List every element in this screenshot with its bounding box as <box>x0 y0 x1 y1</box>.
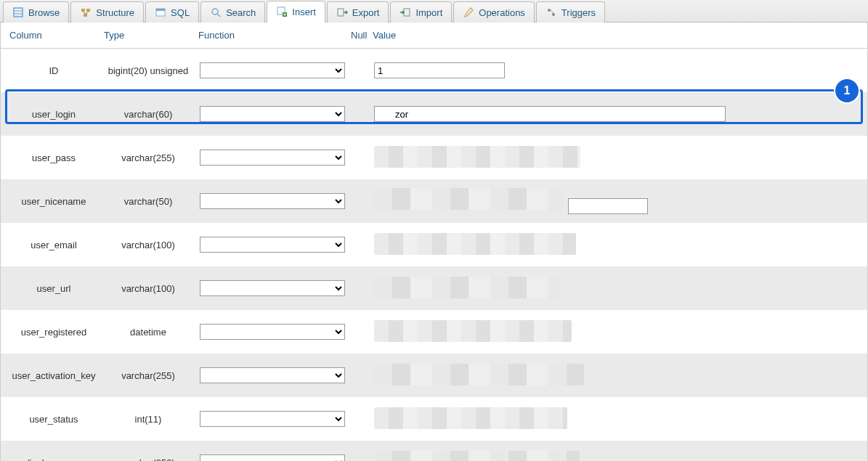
tab-search[interactable]: Search <box>200 1 265 23</box>
function-cell <box>195 148 348 167</box>
function-select[interactable] <box>200 237 345 253</box>
field-row-ID: IDbigint(20) unsigned <box>1 49 867 92</box>
column-type: int(11) <box>101 412 195 426</box>
function-select[interactable] <box>200 62 345 78</box>
column-type: datetime <box>101 325 195 339</box>
export-icon <box>336 7 348 18</box>
svg-rect-14 <box>338 9 344 16</box>
column-type: varchar(60) <box>101 107 195 121</box>
svg-point-16 <box>548 9 551 12</box>
function-select[interactable] <box>200 280 345 296</box>
field-row-user_login: user_loginvarchar(60) <box>1 92 867 136</box>
function-cell <box>195 453 348 461</box>
value-input[interactable] <box>374 62 505 78</box>
tab-insert[interactable]: Insert <box>267 1 325 23</box>
tab-label: Operations <box>479 7 525 18</box>
value-cell <box>370 61 711 80</box>
svg-rect-0 <box>14 8 23 17</box>
header-column: Column <box>7 28 101 42</box>
column-type: varchar(255) <box>101 151 195 165</box>
function-select[interactable] <box>200 324 345 340</box>
column-name: user_nicename <box>7 195 101 208</box>
tab-label: Browse <box>28 7 60 18</box>
null-cell <box>348 330 370 333</box>
function-cell <box>195 366 348 385</box>
search-icon <box>210 7 222 18</box>
value-cell <box>370 105 711 123</box>
svg-point-17 <box>552 13 555 16</box>
value-cell <box>370 406 711 433</box>
svg-rect-4 <box>86 9 90 12</box>
function-select[interactable] <box>200 367 345 383</box>
column-name: ID <box>7 64 101 78</box>
column-type: varchar(250) <box>101 456 195 462</box>
column-type: varchar(100) <box>101 282 195 295</box>
tab-export[interactable]: Export <box>327 1 389 23</box>
column-name: user_email <box>7 238 101 252</box>
function-select[interactable] <box>200 193 345 209</box>
svg-point-8 <box>212 9 218 15</box>
tab-operations[interactable]: Operations <box>453 1 535 23</box>
function-select[interactable] <box>200 106 345 122</box>
svg-rect-5 <box>84 14 87 17</box>
null-cell <box>348 113 370 115</box>
operations-icon <box>463 7 474 18</box>
column-type: varchar(100) <box>101 238 195 252</box>
null-cell <box>348 200 370 203</box>
column-name: user_registered <box>7 325 101 339</box>
tab-sql[interactable]: SQL <box>145 1 199 23</box>
value-input[interactable] <box>374 106 726 122</box>
column-type: bigint(20) unsigned <box>101 64 195 78</box>
tab-label: Insert <box>292 7 316 17</box>
null-cell <box>348 287 370 290</box>
function-cell <box>195 61 348 80</box>
null-cell <box>348 417 370 420</box>
svg-rect-7 <box>156 9 165 11</box>
column-type: varchar(50) <box>101 195 195 208</box>
browse-icon <box>12 7 24 18</box>
sql-icon <box>155 7 166 18</box>
obscured-value <box>374 277 559 298</box>
obscured-value <box>374 407 567 429</box>
obscured-value <box>374 364 584 385</box>
tab-triggers[interactable]: Triggers <box>536 1 605 23</box>
tab-label: SQL <box>171 7 190 18</box>
value-cell <box>370 187 711 216</box>
obscured-value <box>374 320 572 342</box>
tab-bar: Browse Structure SQL Search Insert Expor… <box>0 0 868 23</box>
value-input[interactable] <box>568 198 648 214</box>
value-cell <box>370 319 711 346</box>
function-select[interactable] <box>200 454 345 461</box>
null-cell <box>348 156 370 159</box>
field-row-user_pass: user_passvarchar(255) <box>1 136 867 179</box>
tab-structure[interactable]: Structure <box>70 1 144 23</box>
column-name: user_url <box>7 282 101 295</box>
field-row-user_status: user_statusint(11) <box>1 397 867 441</box>
annotation-marker-1: 1 <box>835 79 859 102</box>
obscured-value <box>374 188 564 210</box>
function-select[interactable] <box>200 411 345 427</box>
value-cell <box>370 275 711 302</box>
tab-import[interactable]: Import <box>390 1 452 23</box>
function-cell <box>195 279 348 298</box>
function-select[interactable] <box>200 150 345 166</box>
field-row-user_activation_key: user_activation_keyvarchar(255) <box>1 354 867 397</box>
field-row-display_name: display_namevarchar(250) <box>1 441 867 461</box>
field-row-user_registered: user_registereddatetime <box>1 310 867 354</box>
tab-browse[interactable]: Browse <box>3 1 69 23</box>
function-cell <box>195 322 348 341</box>
field-row-user_email: user_emailvarchar(100) <box>1 223 867 266</box>
tab-label: Structure <box>96 7 134 18</box>
obscured-value <box>374 451 580 462</box>
value-cell <box>370 232 711 258</box>
function-cell <box>195 235 348 254</box>
field-row-user_nicename: user_nicenamevarchar(50) <box>1 179 867 223</box>
header-type: Type <box>101 28 195 42</box>
header-null: Null <box>348 28 370 42</box>
value-cell <box>370 362 711 389</box>
svg-rect-15 <box>404 9 410 16</box>
tab-label: Export <box>352 7 380 18</box>
column-name: user_pass <box>7 151 101 165</box>
column-name: user_activation_key <box>7 369 101 383</box>
tab-label: Search <box>226 7 256 18</box>
